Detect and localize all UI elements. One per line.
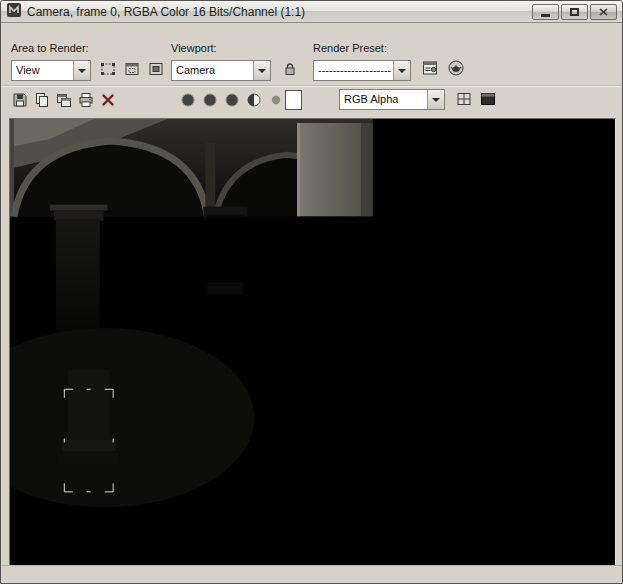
display-channel-value: RGB Alpha xyxy=(340,90,427,109)
window-controls xyxy=(532,4,617,20)
maximize-icon xyxy=(570,8,579,16)
render-preset-label: Render Preset: xyxy=(313,42,387,54)
app-icon xyxy=(6,2,22,22)
copy-image-button[interactable] xyxy=(31,90,53,112)
area-to-render-label: Area to Render: xyxy=(11,42,89,54)
blue-channel-icon xyxy=(224,92,240,111)
rendered-frame-window: Camera, frame 0, RGBA Color 16 Bits/Chan… xyxy=(0,0,623,584)
copy-icon xyxy=(34,92,50,111)
clone-rendered-frame-button[interactable] xyxy=(53,90,75,112)
crop-region-icon xyxy=(148,61,164,80)
print-image-button[interactable] xyxy=(75,90,97,112)
green-channel-button[interactable] xyxy=(199,90,221,112)
render-canvas[interactable] xyxy=(9,118,616,567)
window-title: Camera, frame 0, RGBA Color 16 Bits/Chan… xyxy=(27,5,305,19)
maximize-button[interactable] xyxy=(561,4,588,20)
status-bar xyxy=(1,565,622,583)
toggle-ui-icon xyxy=(480,91,496,110)
monochrome-button[interactable] xyxy=(243,90,265,112)
viewport-select[interactable]: Camera xyxy=(171,60,271,81)
clone-icon xyxy=(56,92,72,111)
toolbar-panel: Area to Render: Viewport: Render Preset:… xyxy=(1,23,622,118)
monochrome-icon xyxy=(246,92,262,111)
edit-region-icon xyxy=(100,61,116,80)
alpha-channel-icon xyxy=(268,92,284,111)
title-bar[interactable]: Camera, frame 0, RGBA Color 16 Bits/Chan… xyxy=(1,1,622,23)
close-icon xyxy=(599,4,608,19)
auto-region-icon xyxy=(124,61,140,80)
red-channel-icon xyxy=(180,92,196,111)
render-setup-button[interactable] xyxy=(419,58,441,80)
lock-icon xyxy=(282,61,298,80)
toggle-ui-overlays-icon xyxy=(456,91,472,110)
render-teapot-icon xyxy=(448,60,464,79)
save-image-button[interactable] xyxy=(9,90,31,112)
clear-image-button[interactable] xyxy=(97,90,119,112)
blue-channel-button[interactable] xyxy=(221,90,243,112)
chevron-down-icon xyxy=(393,61,410,80)
background-color-swatch[interactable] xyxy=(285,90,302,110)
lock-to-viewport-button[interactable] xyxy=(279,59,301,81)
save-icon xyxy=(12,92,28,111)
chevron-down-icon xyxy=(73,61,90,80)
render-preset-select[interactable]: -------------------- xyxy=(313,60,411,81)
close-button[interactable] xyxy=(590,4,617,20)
area-to-render-value: View xyxy=(12,61,73,80)
toggle-ui-overlays-button[interactable] xyxy=(453,89,475,111)
chevron-down-icon xyxy=(253,61,270,80)
minimize-icon xyxy=(541,14,550,17)
chevron-down-icon xyxy=(427,90,444,109)
viewport-label: Viewport: xyxy=(171,42,217,54)
edit-region-button[interactable] xyxy=(97,59,119,81)
auto-region-selected-button[interactable] xyxy=(121,59,143,81)
area-to-render-select[interactable]: View xyxy=(11,60,91,81)
render-setup-icon xyxy=(422,60,438,79)
viewport-value: Camera xyxy=(172,61,253,80)
render-preset-value: -------------------- xyxy=(314,61,393,80)
toggle-ui-button[interactable] xyxy=(477,89,499,111)
render-button[interactable] xyxy=(445,58,467,80)
minimize-button[interactable] xyxy=(532,4,559,20)
toolbar-separator xyxy=(1,85,622,87)
red-channel-button[interactable] xyxy=(177,90,199,112)
display-channel-select[interactable]: RGB Alpha xyxy=(339,89,445,110)
crop-region-button[interactable] xyxy=(145,59,167,81)
rendered-image xyxy=(10,119,615,566)
alpha-channel-button[interactable] xyxy=(265,90,287,112)
green-channel-icon xyxy=(202,92,218,111)
print-icon xyxy=(78,92,94,111)
clear-x-icon xyxy=(100,92,116,111)
